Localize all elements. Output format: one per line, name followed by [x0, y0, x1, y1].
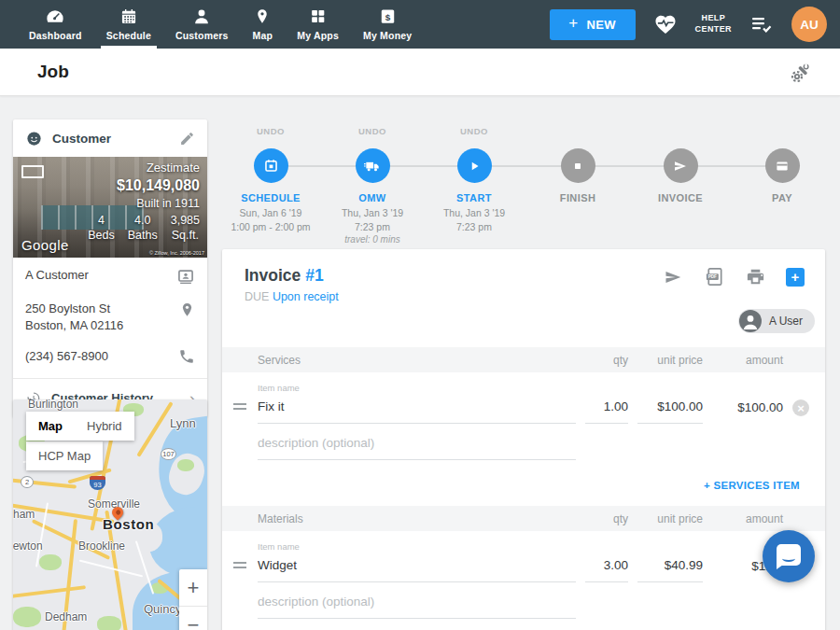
material-price-input[interactable]: [637, 558, 703, 582]
svg-text:$: $: [385, 12, 390, 22]
finish-step-button[interactable]: [561, 148, 595, 183]
built-year: Built in 1911: [88, 196, 200, 211]
col-qty: qty: [585, 512, 628, 525]
customer-card-header: Customer: [13, 119, 207, 157]
map-label-boston: Boston: [103, 516, 154, 532]
pay-step-button[interactable]: [765, 148, 800, 183]
material-name-input[interactable]: [258, 558, 576, 582]
streetview-frame-icon[interactable]: [21, 165, 44, 178]
nav-my-apps[interactable]: My Apps: [285, 0, 351, 49]
item-name-label: Item name: [258, 383, 576, 393]
nav-my-money-label: My Money: [363, 30, 412, 41]
help-center-link[interactable]: HELP CENTER: [695, 13, 732, 35]
add-material-row: + MATERIALS ITEM: [222, 619, 825, 630]
play-icon: [466, 158, 483, 175]
pdf-icon[interactable]: PDF: [704, 266, 725, 287]
timeline-step-pay: PAY: [726, 121, 838, 203]
invoice-step-button[interactable]: [664, 148, 698, 183]
user-avatar[interactable]: AU: [791, 7, 827, 42]
step-date: Sun, Jan 6 '191:00 pm - 2:00 pm: [215, 206, 327, 233]
step-label: SCHEDULE: [215, 192, 327, 203]
service-price-input[interactable]: [637, 399, 703, 424]
park-area: [39, 554, 62, 570]
credit-card-icon: [774, 158, 791, 175]
nav-map[interactable]: Map: [241, 0, 286, 49]
timeline-step-schedule: UNDO SCHEDULE Sun, Jan 6 '191:00 pm - 2:…: [215, 121, 327, 233]
nav-customers[interactable]: Customers: [163, 0, 241, 49]
send-icon: [672, 158, 689, 175]
print-icon[interactable]: [745, 266, 766, 287]
map-type-buttons: Map Hybrid: [26, 412, 134, 441]
service-qty-input[interactable]: [585, 399, 628, 424]
spacer: [726, 126, 838, 138]
step-label: START: [418, 192, 530, 203]
map-label-burlington: Burlington: [28, 399, 78, 411]
customer-face-icon: [25, 130, 43, 147]
beds-stat: 4Beds: [88, 213, 115, 244]
new-button[interactable]: + NEW: [550, 9, 636, 40]
plus-icon: +: [791, 270, 800, 284]
services-header: Services qty unit price amount: [222, 347, 825, 372]
undo-omw-link[interactable]: UNDO: [316, 126, 428, 138]
drag-handle[interactable]: [233, 400, 248, 424]
phone-icon[interactable]: [178, 348, 195, 365]
service-item-row: Item name $100.00 ×: [222, 383, 825, 424]
nav-dashboard[interactable]: Dashboard: [17, 0, 94, 49]
assignee-pill[interactable]: A User: [738, 309, 815, 333]
spacer: [522, 126, 634, 138]
map-type-map-button[interactable]: Map: [26, 412, 75, 441]
contact-card-icon[interactable]: [176, 267, 195, 286]
plus-icon: +: [568, 14, 578, 33]
zoom-in-button[interactable]: +: [179, 569, 207, 606]
add-service-item-link[interactable]: + SERVICES ITEM: [704, 480, 800, 491]
map-label-newton: Newton: [13, 539, 43, 553]
timeline-step-invoice: INVOICE: [624, 121, 736, 203]
material-description-input[interactable]: [258, 595, 576, 619]
edit-pencil-icon[interactable]: [179, 131, 195, 147]
nav-schedule[interactable]: Schedule: [94, 0, 163, 49]
start-step-button[interactable]: [457, 148, 492, 183]
remove-item-button[interactable]: ×: [792, 399, 809, 416]
service-description-input[interactable]: [258, 436, 576, 460]
calendar-icon: [262, 157, 280, 175]
location-pin-icon[interactable]: [179, 301, 195, 319]
service-name-input[interactable]: [258, 399, 576, 424]
col-unit-price: unit price: [637, 354, 703, 367]
drag-handle[interactable]: [233, 559, 248, 582]
timeline-step-start: UNDO START Thu, Jan 3 '197:23 pm: [418, 121, 530, 233]
service-description-row: [222, 436, 825, 460]
invoice-card: Invoice #1 DUE Upon receipt PDF + A User…: [222, 249, 825, 630]
undo-start-link[interactable]: UNDO: [418, 126, 530, 138]
property-photo[interactable]: Zestimate $10,149,080 Built in 1911 4Bed…: [13, 157, 207, 258]
zoom-out-button[interactable]: −: [179, 607, 207, 630]
calendar-icon: [119, 7, 138, 26]
heart-pulse-icon[interactable]: [653, 13, 678, 35]
park-area: [177, 459, 194, 471]
photo-credit: © Zillow, Inc. 2006-2017: [149, 250, 204, 256]
invoice-due: DUE Upon receipt: [245, 290, 339, 303]
col-amount: amount: [712, 354, 783, 367]
hcp-map-button[interactable]: HCP Map: [26, 441, 103, 470]
map-pin-icon: [254, 7, 271, 26]
due-value-link[interactable]: Upon receipt: [273, 290, 339, 303]
chat-bubble-icon: [777, 544, 801, 566]
map-canvas[interactable]: 107 2 93 Burlington Lynn Somerville ham …: [13, 399, 207, 630]
nav-my-money[interactable]: $ My Money: [351, 0, 424, 49]
chat-launcher-button[interactable]: [763, 530, 815, 582]
customer-card-title: Customer: [52, 132, 179, 146]
omw-step-button[interactable]: [356, 148, 390, 183]
job-tools-icon[interactable]: [790, 62, 812, 84]
add-invoice-button[interactable]: +: [786, 268, 805, 287]
map-type-hybrid-button[interactable]: Hybrid: [75, 412, 134, 441]
dollar-icon: $: [379, 7, 397, 26]
tasks-check-icon[interactable]: [749, 14, 774, 35]
main-nav: Dashboard Schedule Customers Map My Apps…: [0, 0, 424, 49]
dashboard-icon: [45, 7, 65, 26]
map-label-brookline: Brookline: [78, 539, 125, 553]
undo-schedule-link[interactable]: UNDO: [215, 126, 327, 138]
service-amount: $100.00: [712, 400, 783, 424]
schedule-step-button[interactable]: [254, 148, 288, 183]
material-qty-input[interactable]: [585, 558, 628, 582]
material-item-row: Item name $122.: [222, 541, 825, 582]
send-invoice-icon[interactable]: [662, 267, 684, 287]
